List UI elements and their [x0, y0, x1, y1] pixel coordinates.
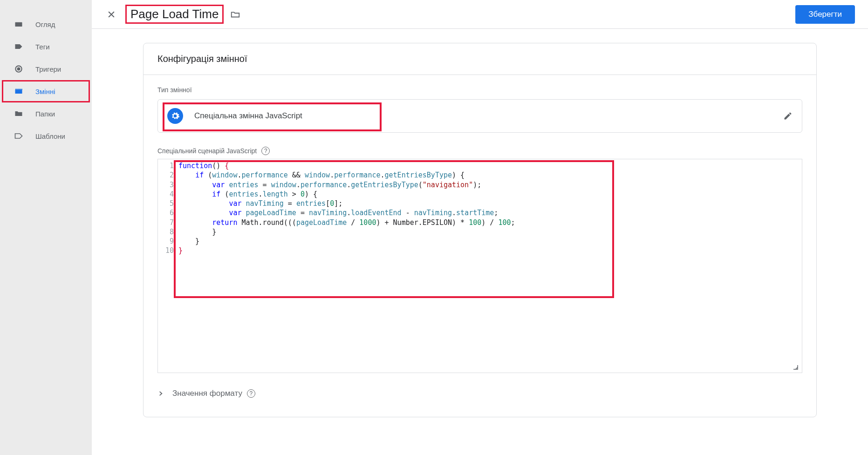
variable-type-row[interactable]: Спеціальна змінна JavaScript [157, 99, 802, 133]
tag-icon [14, 42, 25, 51]
sidebar-item-tags[interactable]: Теги [0, 35, 92, 58]
sidebar-item-label: Папки [35, 110, 55, 118]
main-panel: Page Load Time Зберегти Конфігурація змі… [92, 0, 868, 455]
gear-icon [167, 108, 183, 124]
sidebar-item-variables[interactable]: Змінні [2, 80, 90, 102]
save-button[interactable]: Зберегти [795, 5, 855, 24]
topbar: Page Load Time Зберегти [92, 0, 868, 29]
folder-select-icon[interactable] [230, 9, 240, 20]
resize-icon[interactable] [791, 362, 799, 371]
format-label: Значення формату [172, 389, 242, 398]
sidebar-item-triggers[interactable]: Тригери [0, 58, 92, 80]
config-heading: Конфігурація змінної [144, 43, 816, 75]
folder-icon [14, 109, 25, 118]
format-value-toggle[interactable]: Значення формату ? [157, 389, 802, 398]
dashboard-icon [14, 20, 25, 29]
sidebar-item-label: Змінні [35, 88, 55, 95]
svg-rect-0 [15, 22, 22, 27]
sidebar-item-label: Теги [35, 43, 50, 51]
sidebar-item-label: Шаблони [35, 132, 65, 140]
config-card: Конфігурація змінної Тип змінної Спеціал… [143, 43, 817, 417]
sidebar-item-overview[interactable]: Огляд [0, 13, 92, 35]
sidebar-item-label: Огляд [35, 20, 55, 28]
sidebar-item-folders[interactable]: Папки [0, 102, 92, 125]
code-content[interactable]: function() { if (window.performance && w… [177, 159, 802, 373]
svg-point-2 [18, 68, 20, 70]
sidebar-item-label: Тригери [35, 65, 61, 73]
type-label: Тип змінної [157, 86, 802, 94]
page-title[interactable]: Page Load Time [125, 5, 224, 24]
sidebar-item-templates[interactable]: Шаблони [0, 125, 92, 147]
trigger-icon [14, 64, 25, 74]
chevron-right-icon [157, 390, 164, 397]
script-label: Спеціальний сценарій JavaScript [157, 147, 257, 155]
template-icon [14, 131, 25, 141]
svg-rect-3 [15, 90, 22, 94]
code-editor[interactable]: 12345678910 function() { if (window.perf… [157, 159, 802, 373]
line-gutter: 12345678910 [158, 159, 177, 373]
close-button[interactable] [102, 5, 121, 24]
edit-icon[interactable] [783, 111, 793, 121]
variable-type-value: Спеціальна змінна JavaScript [194, 111, 302, 121]
variable-icon [14, 87, 25, 96]
sidebar: Огляд Теги Тригери Змінні Папки [0, 0, 92, 455]
help-icon[interactable]: ? [247, 389, 255, 398]
help-icon[interactable]: ? [261, 147, 270, 155]
